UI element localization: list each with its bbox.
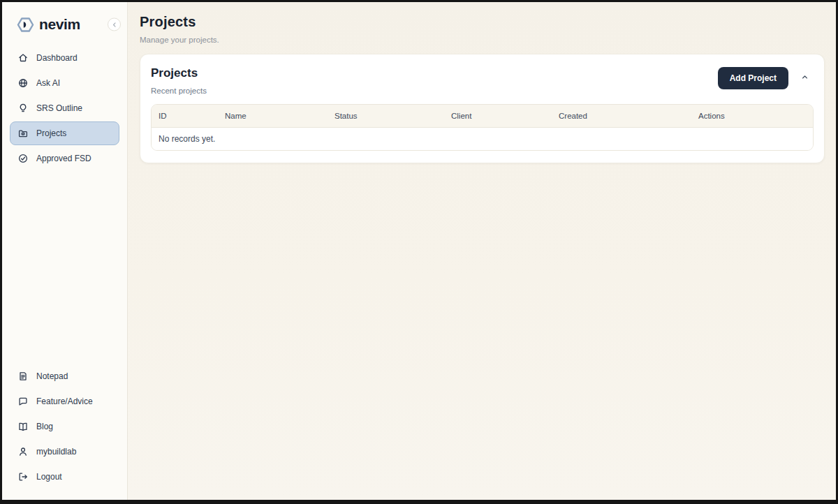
chevron-up-icon <box>800 73 809 84</box>
column-header-actions: Actions <box>691 112 813 120</box>
sidebar-item-label: Blog <box>36 422 53 431</box>
column-header-id: ID <box>152 112 218 120</box>
user-icon <box>17 446 29 457</box>
column-header-status: Status <box>328 112 444 120</box>
sidebar-item-projects[interactable]: Projects <box>10 121 119 145</box>
sidebar-main-nav: Dashboard Ask AI <box>2 46 127 172</box>
sidebar-item-label: Feature/Advice <box>36 396 93 406</box>
sidebar-item-logout[interactable]: Logout <box>10 465 119 489</box>
main-content: Projects Manage your projects. Projects … <box>128 2 836 500</box>
empty-state-row: No records yet. <box>152 128 813 150</box>
sidebar-item-dashboard[interactable]: Dashboard <box>10 46 119 70</box>
check-circle-icon <box>17 153 29 164</box>
book-icon <box>17 421 29 432</box>
card-subtitle: Recent projects <box>151 87 207 95</box>
page-subtitle: Manage your projects. <box>140 36 825 44</box>
sidebar-item-notepad[interactable]: Notepad <box>10 364 119 388</box>
sidebar-footer-nav: Notepad Feature/Advice Blog <box>2 364 127 490</box>
projects-table: ID Name Status Client Created Actions No… <box>151 104 814 151</box>
sidebar-item-label: Notepad <box>36 371 68 381</box>
sidebar-collapse-button[interactable] <box>108 18 121 31</box>
card-actions: Add Project <box>718 66 814 89</box>
sidebar-item-label: Approved FSD <box>36 154 91 163</box>
column-header-name: Name <box>218 112 328 120</box>
sidebar-item-label: Ask AI <box>36 78 60 88</box>
folder-icon <box>17 128 29 139</box>
sidebar-item-label: Dashboard <box>36 53 78 63</box>
sidebar-item-label: mybuildlab <box>36 447 76 457</box>
nevim-logo-icon <box>17 16 34 34</box>
card-title: Projects <box>151 66 207 80</box>
app-window: nevim Dashboard <box>0 0 838 504</box>
projects-card-header: Projects Recent projects Add Project <box>151 66 814 95</box>
sidebar-spacer <box>2 172 127 364</box>
home-icon <box>17 52 29 64</box>
projects-card: Projects Recent projects Add Project <box>140 54 825 163</box>
sidebar-item-mybuildlab[interactable]: mybuildlab <box>10 440 119 464</box>
empty-message: No records yet. <box>152 134 215 144</box>
sidebar-item-feature-advice[interactable]: Feature/Advice <box>10 390 119 413</box>
sidebar-item-approved-fsd[interactable]: Approved FSD <box>10 147 119 170</box>
logo-row: nevim <box>2 11 127 38</box>
lightbulb-icon <box>17 103 29 114</box>
sidebar-item-label: Logout <box>36 472 62 482</box>
logout-icon <box>17 471 29 482</box>
column-header-created: Created <box>552 112 691 120</box>
column-header-client: Client <box>444 112 552 120</box>
sidebar-item-blog[interactable]: Blog <box>10 415 119 438</box>
sidebar-item-label: SRS Outline <box>36 103 82 113</box>
projects-card-heading: Projects Recent projects <box>151 66 207 95</box>
sidebar-item-ask-ai[interactable]: Ask AI <box>10 71 119 95</box>
chevron-left-icon <box>112 20 117 30</box>
sidebar-item-srs-outline[interactable]: SRS Outline <box>10 96 119 120</box>
app-title: nevim <box>39 16 80 33</box>
notepad-icon <box>17 371 29 382</box>
sidebar-item-label: Projects <box>36 128 66 138</box>
chat-icon <box>17 396 29 407</box>
projects-table-header: ID Name Status Client Created Actions <box>152 105 813 128</box>
card-collapse-button[interactable] <box>800 73 809 84</box>
page-title: Projects <box>140 14 825 30</box>
add-project-button[interactable]: Add Project <box>718 67 788 89</box>
sidebar: nevim Dashboard <box>2 2 128 500</box>
globe-icon <box>17 77 29 89</box>
